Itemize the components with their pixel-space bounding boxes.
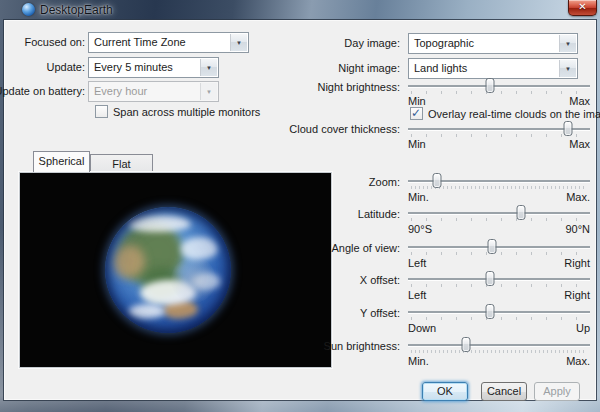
close-button[interactable]: ✕ (568, 0, 597, 16)
window-title: DesktopEarth (40, 3, 113, 17)
chevron-down-icon: ▼ (231, 38, 247, 48)
day-image-select[interactable]: Topographic ▼ (408, 33, 578, 54)
latitude-thumb[interactable] (516, 205, 525, 220)
tab-flat[interactable]: Flat (90, 154, 153, 172)
earth-globe (105, 207, 231, 333)
slider-ticks (411, 134, 587, 137)
focused-on-dropdown-button[interactable]: ▼ (230, 34, 247, 51)
sun-brightness-slider[interactable] (408, 337, 590, 353)
update-on-battery-select: Every hour ▼ (88, 81, 219, 102)
night-brightness-label: Night brightness: (317, 81, 400, 93)
zoom-label: Zoom: (369, 176, 400, 188)
update-label: Update: (46, 61, 85, 73)
overlay-clouds-label: Overlay real-time clouds on the image (428, 108, 600, 120)
x-offset-left-label: Left (408, 289, 426, 301)
slider-ticks (411, 284, 587, 287)
chevron-down-icon: ▼ (201, 87, 217, 97)
y-offset-down-label: Down (408, 322, 436, 334)
angle-of-view-slider[interactable] (408, 239, 590, 255)
slider-ticks (411, 91, 587, 94)
zoom-min-label: Min. (408, 191, 429, 203)
overlay-clouds-checkbox[interactable]: ✓ (410, 107, 423, 120)
angle-left-label: Left (408, 257, 426, 269)
ok-button[interactable]: OK (422, 382, 468, 401)
cloud-cover-min-label: Min (408, 138, 426, 150)
y-offset-label: Y offset: (360, 307, 400, 319)
cloud (193, 273, 221, 291)
slider-ticks (411, 317, 587, 320)
span-monitors-label: Span across multiple monitors (113, 106, 260, 118)
update-on-battery-dropdown-button: ▼ (200, 83, 217, 100)
cloud-cover-slider[interactable] (408, 121, 590, 137)
cloud (140, 280, 195, 305)
latitude-south-label: 90°S (408, 223, 432, 235)
night-brightness-max-label: Max (569, 95, 590, 107)
checkmark-icon: ✓ (411, 106, 421, 120)
night-brightness-thumb[interactable] (485, 78, 494, 93)
cloud (181, 237, 219, 260)
earth-preview (19, 172, 332, 368)
tab-flat-label: Flat (112, 155, 130, 170)
slider-track (408, 344, 590, 346)
slider-ticks (411, 218, 587, 221)
sun-brightness-label: Sun brightness: (324, 340, 400, 352)
zoom-thumb[interactable] (433, 173, 442, 188)
chevron-down-icon: ▼ (560, 39, 576, 49)
latitude-slider[interactable] (408, 205, 590, 221)
slider-track (408, 212, 590, 214)
landmass (113, 245, 146, 278)
slider-track (408, 85, 590, 87)
x-offset-slider[interactable] (408, 271, 590, 287)
landmass (143, 267, 181, 300)
slider-track (408, 278, 590, 280)
tab-spherical[interactable]: Spherical (33, 151, 90, 172)
night-image-label: Night image: (338, 62, 400, 74)
y-offset-up-label: Up (576, 322, 590, 334)
slider-ticks (411, 252, 587, 255)
chevron-down-icon: ▼ (201, 63, 217, 73)
sun-brightness-max-label: Max. (566, 355, 590, 367)
cloud (128, 304, 166, 319)
night-image-dropdown-button[interactable]: ▼ (559, 60, 576, 77)
y-offset-slider[interactable] (408, 304, 590, 320)
night-image-select[interactable]: Land lights ▼ (408, 58, 578, 79)
angle-of-view-label: Angle of view: (332, 242, 400, 254)
sun-brightness-thumb[interactable] (462, 337, 471, 352)
update-on-battery-label: Update on battery: (0, 85, 85, 97)
titlebar[interactable]: DesktopEarth ✕ (0, 0, 600, 20)
day-image-dropdown-button[interactable]: ▼ (559, 35, 576, 52)
close-icon: ✕ (578, 1, 586, 12)
focused-on-select[interactable]: Current Time Zone ▼ (88, 32, 249, 53)
landmass (118, 222, 184, 282)
zoom-slider[interactable] (408, 173, 590, 189)
latitude-north-label: 90°N (565, 223, 590, 235)
latitude-label: Latitude: (358, 208, 400, 220)
day-image-value: Topographic (414, 34, 474, 53)
update-select[interactable]: Every 5 minutes ▼ (88, 57, 219, 78)
cancel-button[interactable]: Cancel (481, 382, 527, 401)
slider-ticks (411, 350, 587, 353)
update-dropdown-button[interactable]: ▼ (200, 59, 217, 76)
x-offset-thumb[interactable] (485, 271, 494, 286)
y-offset-thumb[interactable] (485, 304, 494, 319)
specular-glare (171, 257, 216, 302)
update-value: Every 5 minutes (94, 58, 173, 77)
landmass (163, 300, 198, 319)
slider-track (408, 311, 590, 313)
cloud-cover-max-label: Max (569, 138, 590, 150)
slider-track (408, 246, 590, 248)
angle-of-view-thumb[interactable] (487, 239, 496, 254)
zoom-max-label: Max. (566, 191, 590, 203)
angle-right-label: Right (564, 257, 590, 269)
span-monitors-checkbox[interactable] (95, 105, 108, 118)
cloud (128, 215, 191, 233)
day-image-label: Day image: (344, 37, 400, 49)
night-brightness-slider[interactable] (408, 78, 590, 94)
sun-brightness-min-label: Min. (408, 355, 429, 367)
apply-button[interactable]: Apply (534, 382, 580, 401)
cloud-cover-thumb[interactable] (564, 121, 573, 136)
night-image-value: Land lights (414, 59, 467, 78)
x-offset-label: X offset: (360, 274, 400, 286)
x-offset-right-label: Right (564, 289, 590, 301)
update-on-battery-value: Every hour (94, 82, 147, 101)
